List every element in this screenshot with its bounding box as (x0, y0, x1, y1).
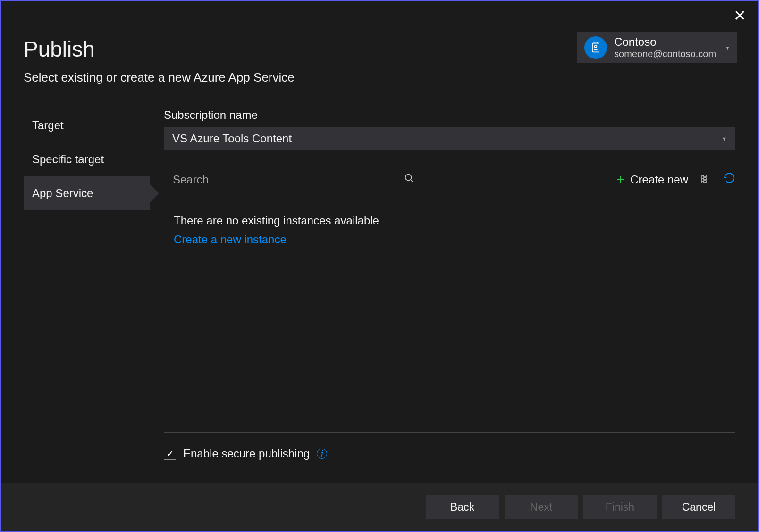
panel-actions: + Create new (616, 172, 735, 188)
account-badge-icon (584, 36, 607, 59)
close-button[interactable]: ✕ (734, 8, 746, 23)
sidebar-item-target[interactable]: Target (24, 108, 150, 142)
account-selector[interactable]: Contoso someone@contoso.com ▼ (577, 32, 737, 63)
sidebar-item-app-service[interactable]: App Service (24, 176, 150, 210)
search-row: + Create new (164, 168, 735, 191)
finish-button: Finish (583, 495, 657, 519)
account-text: Contoso someone@contoso.com (614, 35, 716, 59)
account-name: Contoso (614, 35, 716, 49)
publish-dialog: ✕ Contoso someone@contoso.com ▼ Publish … (0, 0, 759, 532)
search-input[interactable] (173, 173, 404, 186)
search-box[interactable] (164, 168, 423, 191)
chevron-down-icon: ▼ (722, 136, 727, 141)
cancel-button[interactable]: Cancel (662, 495, 735, 519)
tree-view-icon[interactable] (700, 173, 711, 186)
main-panel: Subscription name VS Azure Tools Content… (150, 108, 758, 483)
secure-publishing-checkbox[interactable]: ✓ (164, 448, 176, 460)
dialog-footer: Back Next Finish Cancel (1, 483, 758, 531)
create-instance-link[interactable]: Create a new instance (174, 233, 725, 246)
create-new-label: Create new (630, 173, 688, 186)
subscription-dropdown[interactable]: VS Azure Tools Content ▼ (164, 127, 735, 150)
plus-icon: + (616, 172, 625, 188)
instances-list: There are no existing instances availabl… (164, 202, 735, 433)
check-icon: ✓ (166, 448, 174, 459)
next-button: Next (505, 495, 578, 519)
secure-publishing-label: Enable secure publishing (183, 447, 310, 460)
wizard-sidebar: Target Specific target App Service (1, 108, 150, 483)
info-icon[interactable]: i (317, 449, 327, 459)
body-content: Target Specific target App Service Subsc… (1, 85, 758, 483)
svg-rect-6 (704, 181, 706, 183)
empty-message: There are no existing instances availabl… (174, 214, 725, 227)
refresh-icon[interactable] (723, 172, 735, 188)
back-button[interactable]: Back (426, 495, 499, 519)
search-icon (404, 173, 414, 186)
svg-line-3 (411, 180, 413, 183)
svg-point-1 (595, 45, 597, 48)
create-new-button[interactable]: + Create new (616, 172, 688, 188)
subscription-label: Subscription name (164, 108, 735, 122)
svg-rect-5 (704, 178, 706, 180)
account-email: someone@contoso.com (614, 49, 716, 59)
chevron-down-icon: ▼ (725, 46, 730, 50)
svg-point-2 (405, 175, 412, 181)
secure-publishing-row: ✓ Enable secure publishing i (164, 447, 735, 474)
sidebar-item-specific-target[interactable]: Specific target (24, 142, 150, 176)
svg-rect-4 (704, 175, 706, 177)
subscription-selected: VS Azure Tools Content (172, 132, 292, 145)
dialog-subtitle: Select existing or create a new Azure Ap… (24, 70, 732, 85)
